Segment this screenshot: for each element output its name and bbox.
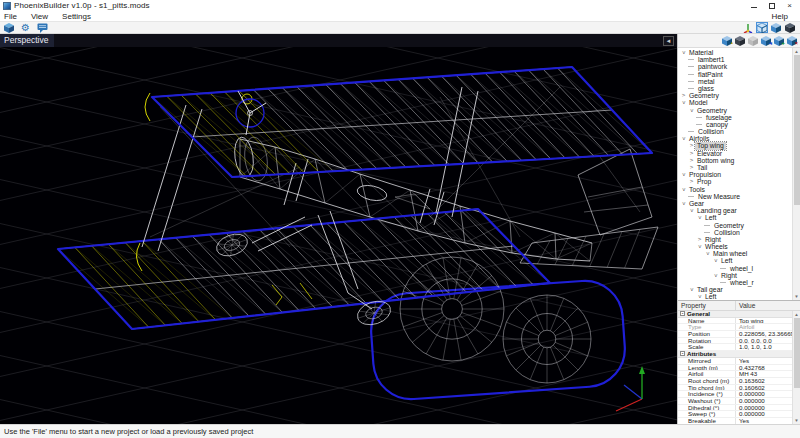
scroll-up-icon[interactable]: ▲ [794,311,798,318]
chevron-down-icon[interactable]: > [680,49,687,56]
property-value[interactable]: 0.160602 [736,385,792,391]
chevron-down-icon[interactable]: > [696,214,703,221]
tree-item-fuselage[interactable]: fuselage [678,114,792,121]
tree-item-glass[interactable]: glass [678,85,792,92]
property-row-breakable[interactable]: BreakableYes [678,418,792,424]
tree-item-wheels[interactable]: >Wheels [678,243,792,250]
property-value[interactable]: 0.000000 [736,411,792,417]
wireframe-view-icon[interactable] [756,22,768,33]
chevron-down-icon[interactable]: > [680,186,687,193]
locked-part-icon[interactable] [747,35,759,46]
textured-view-icon[interactable] [784,22,796,33]
clone-part-icon[interactable] [734,35,746,46]
model-cube-icon[interactable] [2,22,15,33]
property-value[interactable]: Top wing [736,318,792,324]
new-part-icon[interactable]: ▪ [721,35,733,46]
property-row-rotation[interactable]: Rotation0.0, 0.0, 0.0 [678,338,792,345]
property-row-washout[interactable]: Washout (°)0.000000 [678,398,792,405]
solid-view-icon[interactable] [770,22,782,33]
property-row-tip-chord-m[interactable]: Tip chord (m)0.160602 [678,385,792,392]
tree-item-flatpaint[interactable]: flatPaint [678,71,792,78]
property-value[interactable]: Yes [736,358,792,364]
tree-item-new-measure[interactable]: New Measure [678,193,792,200]
property-row-airfoil[interactable]: AirfoilMH 43 [678,371,792,378]
property-value[interactable]: 0.000000 [736,398,792,404]
chevron-down-icon[interactable]: > [680,171,687,178]
tree-item-airfoils[interactable]: >Airfoils [678,135,792,142]
property-row-root-chord-m[interactable]: Root chord (m)0.163602 [678,378,792,385]
tree-item-geometry[interactable]: >Geometry [678,92,792,99]
property-value[interactable]: 0.0, 0.0, 0.0 [736,338,792,344]
tree-item-material[interactable]: >Material [678,49,792,56]
axes-tool-icon[interactable] [742,22,754,33]
property-row-type[interactable]: TypeAirfoil [678,324,792,331]
chevron-right-icon[interactable]: > [688,178,695,185]
tree-item-paintwork[interactable]: paintwork [678,63,792,70]
tree-item-canopy[interactable]: canopy [678,121,792,128]
tree-item-top-wing[interactable]: >Top wing [678,142,792,149]
chevron-down-icon[interactable]: > [680,99,687,106]
collapse-box-icon[interactable]: - [680,311,685,316]
tree-item-prop[interactable]: >Prop [678,178,792,185]
tree-item-main-wheel[interactable]: >Main wheel [678,250,792,257]
viewport-3d[interactable]: Perspective ◄ [0,34,677,424]
tree-item-left[interactable]: >Left [678,214,792,221]
tree-item-lambert1[interactable]: lambert1 [678,56,792,63]
tree-item-geometry[interactable]: Geometry [678,222,792,229]
minimize-button[interactable] [751,4,757,8]
property-value[interactable]: Yes [736,418,792,424]
settings-gears-icon[interactable]: ⚙ [19,22,32,33]
props-scroll-thumb[interactable] [794,318,800,388]
property-row-dihedral[interactable]: Dihedral (°)0.000000 [678,405,792,412]
menu-settings[interactable]: Settings [62,12,91,21]
tree-item-elevator[interactable]: >Elevator [678,150,792,157]
property-value[interactable]: 0.000000 [736,405,792,411]
chevron-down-icon[interactable]: > [688,207,695,214]
property-value[interactable]: 0.000000 [736,391,792,397]
tree-item-geometry[interactable]: >Geometry [678,107,792,114]
property-value[interactable]: 0.228056, 23.366695, ... [736,331,792,337]
tree-item-model[interactable]: >Model [678,99,792,106]
tree-item-right[interactable]: >Right [678,236,792,243]
tree-item-collision[interactable]: Collision [678,229,792,236]
chevron-right-icon[interactable]: > [688,142,695,149]
scroll-up-icon[interactable]: ▲ [794,48,798,55]
close-button[interactable]: × [787,1,792,10]
property-value[interactable]: MH 43 [736,371,792,377]
tree-item-right[interactable]: >Right [678,272,792,279]
scroll-down-icon[interactable]: ▼ [794,417,798,424]
property-value[interactable]: Airfoil [736,324,792,330]
delete-part-icon[interactable]: × [786,35,798,46]
tree-item-left[interactable]: >Left [678,257,792,264]
tree-scrollbar[interactable]: ▲ ▼ [792,48,800,300]
property-value[interactable]: 0.163602 [736,378,792,384]
tree-item-collision[interactable]: Collision [678,128,792,135]
chevron-right-icon[interactable]: > [688,150,695,157]
property-row-sweep[interactable]: Sweep (°)0.000000 [678,411,792,418]
tree-item-propulsion[interactable]: >Propulsion [678,171,792,178]
panel-collapse-button[interactable]: ◄ [663,36,674,46]
import-part-icon[interactable]: ◂ [760,35,772,46]
tree-item-tail[interactable]: >Tail [678,164,792,171]
tree-item-left[interactable]: >Left [678,293,792,300]
chevron-right-icon[interactable]: > [696,236,703,243]
tree-item-wheel-l[interactable]: wheel_l [678,265,792,272]
collapse-box-icon[interactable]: - [680,351,685,356]
chevron-right-icon[interactable]: > [688,157,695,164]
chevron-down-icon[interactable]: > [688,107,695,114]
add-part-icon[interactable]: + [773,35,785,46]
menu-view[interactable]: View [31,12,48,21]
menu-help[interactable]: Help [772,12,796,21]
chevron-down-icon[interactable]: > [712,258,719,265]
props-scrollbar[interactable]: ▲ ▼ [792,311,800,424]
chevron-right-icon[interactable]: > [688,164,695,171]
tree-item-gear[interactable]: >Gear [678,200,792,207]
tree-scroll-thumb[interactable] [794,55,800,205]
chevron-down-icon[interactable]: > [680,200,687,207]
property-section-general[interactable]: -General [678,311,792,318]
property-value[interactable]: 0.432768 [736,365,792,371]
property-row-position[interactable]: Position0.228056, 23.366695, ... [678,331,792,338]
feedback-bubble-icon[interactable] [36,22,49,33]
property-row-incidence[interactable]: Incidence (°)0.000000 [678,391,792,398]
chevron-down-icon[interactable]: > [680,135,687,142]
